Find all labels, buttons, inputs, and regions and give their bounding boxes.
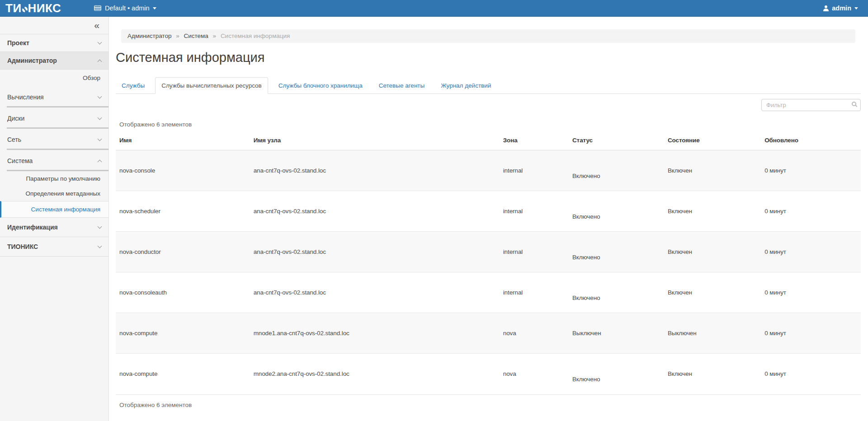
user-menu[interactable]: admin: [823, 5, 868, 12]
cell-zone: internal: [500, 232, 569, 272]
breadcrumb-item-current: Системная информация: [221, 33, 290, 39]
logo-text: ТИ: [5, 1, 22, 15]
sidebar-item-system-information[interactable]: Системная информация: [0, 201, 108, 218]
cell-status: Включено: [569, 191, 664, 232]
sidebar-item-label: Параметры по умолчанию: [26, 175, 100, 182]
items-count-bottom: Отображено 6 элементов: [116, 394, 861, 415]
user-label: admin: [832, 5, 851, 12]
table-header-row: Имя Имя узла Зона Статус Состояние Обнов…: [116, 134, 861, 150]
cell-host: ana-cnt7q-ovs-02.stand.loc: [250, 150, 500, 191]
cell-status: Включено: [569, 272, 664, 313]
sidebar-item-identity[interactable]: Идентификация: [0, 218, 108, 237]
cell-updated: 0 минут: [761, 191, 861, 232]
tab-action-log[interactable]: Журнал действий: [435, 78, 497, 94]
tab-services[interactable]: Службы: [116, 78, 151, 94]
cell-status: Включено: [569, 150, 664, 191]
sidebar-item-overview[interactable]: Обзор: [0, 70, 108, 86]
sidebar-item-compute[interactable]: Вычисления: [0, 86, 108, 106]
sidebar-item-label: Диски: [7, 115, 24, 122]
tab-bar: Службы Службы вычислительных ресурсов Сл…: [116, 77, 861, 94]
cell-state: Включен: [664, 232, 761, 272]
brand-logo[interactable]: ТИНИКС: [0, 1, 90, 15]
column-header-host: Имя узла: [250, 134, 500, 150]
services-table: Имя Имя узла Зона Статус Состояние Обнов…: [116, 134, 861, 394]
sidebar-item-network[interactable]: Сеть: [0, 129, 108, 149]
cell-zone: internal: [500, 150, 569, 191]
cell-state: Выключен: [664, 313, 761, 354]
chevron-down-icon: [98, 225, 102, 229]
cell-name: nova-compute: [116, 354, 250, 394]
table-row: nova-scheduler ana-cnt7q-ovs-02.stand.lo…: [116, 191, 861, 232]
cell-host: ana-cnt7q-ovs-02.stand.loc: [250, 191, 500, 232]
sidebar-item-metadata[interactable]: Определения метаданных: [0, 186, 108, 201]
cell-updated: 0 минут: [761, 272, 861, 313]
cell-status: Выключен: [569, 313, 664, 354]
sidebar-collapse-button[interactable]: «: [94, 20, 99, 30]
cell-name: nova-scheduler: [116, 191, 250, 232]
cell-status: Включено: [569, 232, 664, 272]
cell-name: nova-compute: [116, 313, 250, 354]
logo-text: НИКС: [28, 1, 61, 15]
caret-down-icon: [153, 7, 156, 9]
page-title: Системная информация: [116, 49, 861, 65]
sidebar: « Проект Администратор Обзор Вычисления …: [0, 17, 109, 421]
cell-host: ana-cnt7q-ovs-02.stand.loc: [250, 232, 500, 272]
search-icon[interactable]: [852, 102, 856, 106]
breadcrumb-separator-icon: »: [176, 33, 179, 39]
column-header-status: Статус: [569, 134, 664, 150]
cell-state: Включен: [664, 354, 761, 394]
chevron-up-icon: [98, 160, 102, 164]
main-content: Администратор » Система » Системная инфо…: [109, 17, 868, 415]
cell-host: ana-cnt7q-ovs-02.stand.loc: [250, 272, 500, 313]
sidebar-item-label: Идентификация: [7, 224, 58, 231]
sidebar-item-label: Проект: [7, 39, 29, 47]
cell-state: Включен: [664, 272, 761, 313]
sidebar-collapse-row: «: [0, 17, 108, 34]
sidebar-item-project[interactable]: Проект: [0, 34, 108, 52]
tab-compute-services[interactable]: Службы вычислительных ресурсов: [155, 77, 268, 94]
table-row: nova-consoleauth ana-cnt7q-ovs-02.stand.…: [116, 272, 861, 313]
chevron-up-icon: [98, 60, 102, 64]
sidebar-item-label: Администратор: [7, 57, 57, 64]
cell-updated: 0 минут: [761, 232, 861, 272]
domain-project-icon: [94, 5, 101, 11]
cell-host: mnode1.ana-cnt7q-ovs-02.stand.loc: [250, 313, 500, 354]
tab-block-storage-services[interactable]: Службы блочного хранилища: [273, 78, 368, 94]
table-toolbar: [116, 99, 861, 111]
chevron-down-icon: [98, 40, 102, 45]
cell-name: nova-conductor: [116, 232, 250, 272]
column-header-name: Имя: [116, 134, 250, 150]
column-header-updated: Обновлено: [761, 134, 861, 150]
top-header: ТИНИКС Default • admin admin: [0, 0, 868, 17]
sidebar-item-defaults[interactable]: Параметры по умолчанию: [0, 171, 108, 186]
sidebar-item-system[interactable]: Система: [0, 150, 108, 170]
column-header-zone: Зона: [500, 134, 569, 150]
sidebar-item-label: ТИОНИКС: [7, 243, 38, 250]
user-icon: [823, 5, 829, 11]
logo-o-icon: [22, 7, 28, 12]
items-count-top: Отображено 6 элементов: [116, 121, 861, 128]
chevron-down-icon: [98, 116, 102, 120]
cell-name: nova-console: [116, 150, 250, 191]
breadcrumb-item-admin[interactable]: Администратор: [127, 33, 171, 39]
sidebar-item-tionix[interactable]: ТИОНИКС: [0, 237, 108, 257]
cell-host: mnode2.ana-cnt7q-ovs-02.stand.loc: [250, 354, 500, 394]
cell-state: Включен: [664, 150, 761, 191]
sidebar-item-admin[interactable]: Администратор: [0, 52, 108, 70]
context-switcher[interactable]: Default • admin: [94, 5, 156, 12]
chevron-down-icon: [98, 244, 102, 248]
sidebar-item-label: Сеть: [7, 136, 21, 143]
sidebar-item-volumes[interactable]: Диски: [0, 108, 108, 127]
filter-input[interactable]: [761, 99, 861, 111]
filter-wrap: [761, 99, 861, 111]
sidebar-item-label: Определения метаданных: [25, 190, 100, 197]
cell-updated: 0 минут: [761, 354, 861, 394]
context-label: Default • admin: [105, 5, 150, 12]
tab-network-agents[interactable]: Сетевые агенты: [373, 78, 430, 94]
sidebar-item-label: Системная информация: [31, 206, 100, 213]
breadcrumb-separator-icon: »: [213, 33, 217, 39]
table-row: nova-compute mnode1.ana-cnt7q-ovs-02.sta…: [116, 313, 861, 354]
sidebar-item-label: Обзор: [83, 75, 100, 81]
cell-zone: internal: [500, 272, 569, 313]
breadcrumb-item-system[interactable]: Система: [184, 33, 208, 39]
